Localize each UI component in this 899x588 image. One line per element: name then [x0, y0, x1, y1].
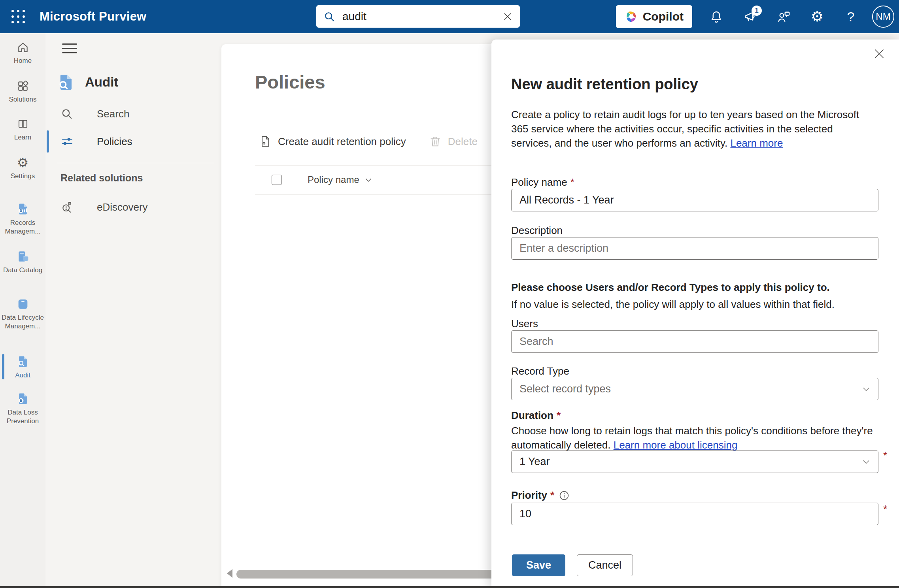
settings-button[interactable]: ⚙: [808, 7, 827, 26]
data-catalog-icon: [16, 250, 30, 263]
licensing-link[interactable]: Learn more about licensing: [614, 439, 738, 451]
nav-item-ediscovery[interactable]: eDiscovery: [45, 194, 221, 220]
trash-icon: [429, 135, 442, 148]
rail-item-data-loss-prevention[interactable]: Data Loss Prevention: [0, 392, 45, 426]
copilot-button[interactable]: Copilot: [616, 5, 692, 28]
close-icon: [873, 48, 885, 60]
close-panel-button[interactable]: [871, 46, 887, 62]
chevron-down-icon: [365, 178, 372, 182]
delete-button[interactable]: Delete: [429, 135, 478, 148]
policy-name-input[interactable]: [511, 189, 878, 211]
info-icon[interactable]: [559, 490, 569, 501]
rail-item-solutions[interactable]: Solutions: [0, 80, 45, 104]
search-input[interactable]: [342, 10, 502, 23]
notifications-button[interactable]: [707, 7, 726, 26]
required-asterisk: *: [883, 450, 888, 462]
help-icon: ?: [847, 9, 855, 24]
rail-label: Settings: [9, 172, 36, 181]
left-rail: Home Solutions Learn ⚙ Settings: [0, 33, 45, 588]
panel-intro: Create a policy to retain audit logs for…: [511, 107, 875, 150]
nav-divider: [57, 163, 214, 163]
rail-label: Records Managem...: [0, 219, 45, 236]
save-button[interactable]: Save: [512, 554, 565, 576]
nav-item-label: Policies: [97, 136, 132, 148]
audit-icon: [57, 73, 76, 92]
rail-item-home[interactable]: Home: [0, 41, 45, 65]
label-text: Priority*: [511, 489, 554, 501]
nav-section-title: Audit: [85, 75, 118, 90]
solutions-icon: [17, 80, 29, 92]
rail-label: Solutions: [8, 95, 38, 104]
rail-label: Learn: [13, 133, 33, 142]
search-icon: [60, 107, 74, 120]
top-bar: Microsoft Purview: [0, 0, 899, 33]
avatar[interactable]: NM: [872, 6, 894, 28]
rail-label: Audit: [13, 371, 32, 380]
brand-title: Microsoft Purview: [40, 0, 146, 33]
records-management-icon: [16, 202, 30, 216]
description-input[interactable]: [511, 237, 878, 260]
policy-name-label: Policy name*: [511, 176, 574, 188]
data-lifecycle-icon: [16, 297, 30, 311]
rail-item-data-catalog[interactable]: Data Catalog: [0, 250, 45, 275]
duration-label: Duration*: [511, 409, 561, 422]
duration-description: Choose how long to retain logs that matc…: [511, 424, 875, 452]
users-search-input[interactable]: [511, 330, 878, 353]
required-asterisk: *: [557, 409, 561, 421]
intro-text: Create a policy to retain audit logs for…: [511, 109, 859, 149]
select-all-checkbox[interactable]: [272, 175, 282, 185]
cancel-button[interactable]: Cancel: [577, 554, 633, 576]
nav-pane: Audit Search Policies Related solutions: [45, 33, 221, 588]
scroll-left-arrow[interactable]: [227, 569, 232, 578]
horizontal-scrollbar[interactable]: [236, 570, 499, 579]
panel-title: New audit retention policy: [511, 76, 698, 93]
nav-section-audit[interactable]: Audit: [57, 73, 118, 92]
choose-subtext: If no value is selected, the policy will…: [511, 297, 875, 311]
announcements-badge: 1: [752, 6, 762, 16]
announcements-button[interactable]: 1: [740, 7, 759, 26]
duration-dropdown[interactable]: 1 Year: [511, 450, 878, 473]
label-text: Policy name: [511, 176, 567, 188]
column-label: Policy name: [308, 174, 359, 185]
page-title: Policies: [255, 71, 325, 93]
column-header-policy-name[interactable]: Policy name: [308, 174, 372, 185]
create-audit-retention-policy-button[interactable]: Create audit retention policy: [259, 135, 406, 148]
nav-item-search[interactable]: Search: [45, 101, 221, 126]
rail-item-learn[interactable]: Learn: [0, 118, 45, 142]
nav-item-label: eDiscovery: [97, 201, 148, 213]
bell-icon: [709, 9, 723, 24]
ediscovery-icon: [60, 200, 74, 214]
new-document-icon: [259, 135, 272, 148]
choose-heading: Please choose Users and/or Record Types …: [511, 281, 830, 294]
rail-label: Home: [12, 57, 33, 65]
rail-item-audit[interactable]: Audit: [0, 355, 45, 380]
sliders-icon: [60, 135, 74, 148]
rail-item-settings[interactable]: ⚙ Settings: [0, 156, 45, 181]
audit-icon: [16, 355, 30, 368]
rail-item-data-lifecycle-management[interactable]: Data Lifecycle Managem...: [0, 297, 45, 331]
new-audit-retention-policy-panel: New audit retention policy Create a poli…: [491, 40, 899, 588]
record-type-dropdown[interactable]: Select record types: [511, 378, 878, 400]
rail-item-records-management[interactable]: Records Managem...: [0, 202, 45, 236]
learn-more-link[interactable]: Learn more: [730, 137, 783, 149]
book-icon: [17, 118, 29, 130]
delete-button-label: Delete: [448, 136, 478, 148]
help-button[interactable]: ?: [841, 7, 860, 26]
rail-label: Data Loss Prevention: [0, 408, 45, 426]
copilot-label: Copilot: [643, 10, 684, 23]
gear-icon: ⚙: [17, 156, 29, 169]
related-solutions-heading: Related solutions: [60, 172, 143, 184]
hamburger-menu-icon[interactable]: [62, 42, 77, 55]
search-clear-icon[interactable]: [502, 11, 513, 22]
nav-item-policies[interactable]: Policies: [45, 129, 221, 154]
toolbar: Create audit retention policy Delete: [259, 135, 478, 148]
duration-value: 1 Year: [519, 456, 862, 468]
app-launcher-icon[interactable]: [10, 9, 26, 24]
feedback-button[interactable]: [774, 7, 793, 26]
feedback-icon: [776, 9, 791, 24]
priority-input[interactable]: [511, 503, 878, 525]
global-search[interactable]: [316, 5, 520, 28]
topbar-actions: Copilot 1: [616, 0, 894, 33]
description-label: Description: [511, 224, 563, 237]
search-icon: [323, 11, 335, 23]
